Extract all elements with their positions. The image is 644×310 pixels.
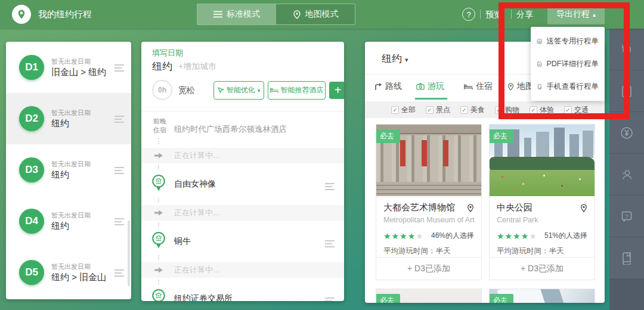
connector-dots bbox=[158, 198, 159, 203]
checkbox-checked-icon[interactable]: ✓ bbox=[495, 106, 503, 114]
share-button[interactable]: 分享 bbox=[516, 0, 533, 29]
poi-row-nyse[interactable]: 纽约证券交易所 bbox=[141, 286, 344, 301]
fill-date-link[interactable]: 填写日期 bbox=[152, 48, 183, 58]
add-poi-button[interactable]: + bbox=[329, 82, 344, 99]
day-row-d4[interactable]: D4 暂无出发日期 纽约 bbox=[6, 196, 131, 247]
tab-map-mode[interactable]: 地图模式 bbox=[276, 4, 355, 24]
person-icon bbox=[620, 168, 633, 181]
day-row-d5[interactable]: D5 暂无出发日期 纽约 > 旧金山 bbox=[6, 247, 131, 298]
guide-button[interactable] bbox=[609, 237, 644, 279]
poi-card-name-en: Central Park bbox=[497, 216, 587, 224]
checkbox-checked-icon[interactable]: ✓ bbox=[530, 106, 537, 114]
poi-card-name-en: Metropolitan Museum of Art bbox=[383, 216, 474, 224]
menu-item-pdf-itinerary[interactable]: PDF详细行程单 bbox=[531, 52, 605, 75]
filter-food[interactable]: ✓美食 bbox=[460, 105, 485, 115]
calculating-label: 正在计算中... bbox=[174, 150, 219, 161]
drag-handle-icon[interactable] bbox=[325, 297, 335, 301]
mobile-icon bbox=[537, 82, 543, 91]
attraction-pin-icon bbox=[151, 231, 166, 250]
added-to-day-button[interactable]: + D3已添加 bbox=[490, 257, 595, 280]
smart-optimize-button[interactable]: 智能优化 ▾ bbox=[213, 81, 264, 100]
poi-photo: 必去 bbox=[490, 125, 595, 196]
tab-play[interactable]: 游玩 bbox=[416, 81, 444, 92]
arrow-right-icon bbox=[154, 209, 163, 216]
mode-switch: 标准模式 地图模式 bbox=[197, 4, 355, 25]
history-button[interactable] bbox=[609, 29, 644, 70]
location-pin-icon[interactable] bbox=[467, 204, 474, 212]
drag-handle-icon[interactable] bbox=[325, 240, 335, 249]
added-to-day-button[interactable]: + D3已添加 bbox=[376, 257, 481, 280]
day-row-d1[interactable]: D1 暂无出发日期 旧金山 > 纽约 bbox=[6, 42, 131, 93]
drag-handle-icon[interactable] bbox=[114, 218, 124, 227]
poi-card-central-park[interactable]: 必去 中央公园 Central Park ★★★★★ 51%的人选择 平均游玩时… bbox=[489, 124, 595, 280]
menu-item-mobile-itinerary[interactable]: 手机查看行程单 bbox=[531, 75, 605, 98]
poi-photo: 必去 bbox=[376, 125, 481, 196]
filter-all[interactable]: ✓全部 bbox=[391, 105, 416, 115]
filter-bar: ✓全部 ✓景点 ✓美食 ✓购物 ✓体验 ✓交通 bbox=[365, 101, 605, 118]
day-row-d2[interactable]: D2 暂无出发日期 纽约 bbox=[6, 93, 131, 144]
day-badge: D2 bbox=[19, 106, 44, 131]
day-badge: D1 bbox=[19, 55, 44, 80]
selection-percent: 51%的人选择 bbox=[544, 231, 587, 241]
map-pin-icon bbox=[507, 83, 514, 91]
day-date: 暂无出发日期 bbox=[51, 108, 91, 117]
tab-label: 路线 bbox=[385, 81, 402, 92]
tab-map[interactable]: 地图 bbox=[507, 81, 534, 92]
checkbox-checked-icon[interactable]: ✓ bbox=[426, 106, 434, 114]
drag-handle-icon[interactable] bbox=[114, 116, 124, 125]
location-pin-icon[interactable] bbox=[580, 204, 587, 212]
filter-experience[interactable]: ✓体验 bbox=[530, 105, 554, 115]
drag-handle-icon[interactable] bbox=[325, 183, 335, 192]
add-city-link[interactable]: +增加城市 bbox=[178, 61, 216, 72]
budget-button[interactable] bbox=[609, 112, 644, 154]
drag-handle-icon[interactable] bbox=[114, 167, 124, 176]
explore-city-label: 纽约 bbox=[382, 53, 402, 64]
smart-hotel-button[interactable]: 智能推荐酒店 bbox=[268, 81, 326, 100]
side-toolbar: ? bbox=[609, 29, 644, 310]
caret-up-icon: ▴ bbox=[593, 11, 596, 18]
poi-card-met-museum[interactable]: 必去 大都会艺术博物馆 Metropolitan Museum of Art ★… bbox=[376, 124, 482, 280]
connector-dots bbox=[158, 222, 159, 227]
app-logo[interactable] bbox=[12, 5, 31, 24]
poi-row-statue-of-liberty[interactable]: 自由女神像 bbox=[141, 171, 344, 197]
connector-dots bbox=[158, 280, 159, 284]
checkbox-checked-icon[interactable]: ✓ bbox=[564, 106, 572, 114]
companion-button[interactable] bbox=[609, 154, 644, 196]
explore-city-dropdown[interactable]: 纽约▾ bbox=[382, 52, 408, 66]
memo-button[interactable] bbox=[609, 70, 644, 112]
tab-stay[interactable]: 住宿 bbox=[464, 81, 493, 92]
tab-standard-mode[interactable]: 标准模式 bbox=[197, 4, 276, 24]
pre-night-label: 前晚 住宿 bbox=[153, 117, 166, 135]
must-go-badge: 必去 bbox=[376, 129, 400, 143]
poi-card-partial[interactable]: 必去 bbox=[376, 289, 482, 303]
menu-item-visa-itinerary[interactable]: W 送签专用行程单 bbox=[531, 30, 605, 52]
feedback-button[interactable]: ? bbox=[609, 196, 644, 237]
preview-button[interactable]: 预览 bbox=[485, 0, 502, 29]
day-date: 暂无出发日期 bbox=[51, 262, 91, 271]
poi-row-charging-bull[interactable]: 铜牛 bbox=[141, 228, 344, 255]
poi-card-partial[interactable]: 必去 bbox=[489, 289, 595, 303]
tab-label: 游玩 bbox=[428, 81, 444, 92]
export-itinerary-button[interactable]: 导出行程 ▴ bbox=[547, 4, 605, 24]
scrollbar[interactable] bbox=[128, 221, 130, 286]
day-date: 暂无出发日期 bbox=[51, 211, 91, 220]
filter-transport[interactable]: ✓交通 bbox=[564, 105, 589, 115]
arrow-right-icon bbox=[154, 152, 163, 159]
day-row-d3[interactable]: D3 暂无出发日期 纽约 bbox=[6, 144, 131, 196]
help-button[interactable]: ? bbox=[462, 8, 475, 21]
header-bar: 我的纽约行程 标准模式 地图模式 ? 预览 bbox=[0, 0, 644, 29]
star-off-icon: ★ bbox=[529, 231, 537, 241]
filter-shopping[interactable]: ✓购物 bbox=[495, 105, 519, 115]
tab-route[interactable]: 路线 bbox=[374, 81, 402, 92]
checkbox-checked-icon[interactable]: ✓ bbox=[391, 106, 399, 114]
drag-handle-icon[interactable] bbox=[114, 64, 124, 73]
book-icon bbox=[621, 252, 633, 265]
pdf-doc-icon bbox=[537, 60, 543, 69]
selection-percent: 46%的人选择 bbox=[431, 231, 474, 241]
drag-handle-icon[interactable] bbox=[114, 269, 124, 278]
checkbox-checked-icon[interactable]: ✓ bbox=[460, 106, 468, 114]
filter-sights[interactable]: ✓景点 bbox=[426, 105, 450, 115]
star-icon: ★★★★ bbox=[497, 231, 529, 241]
hotel-name[interactable]: 纽约时代广场西希尔顿逸林酒店 bbox=[174, 124, 287, 135]
calculating-label: 正在计算中... bbox=[174, 207, 219, 218]
